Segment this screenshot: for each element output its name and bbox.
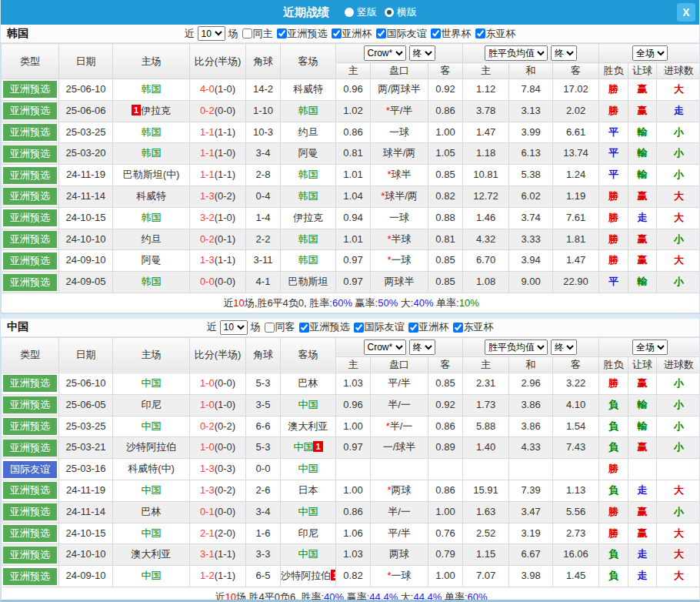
competition-filter-2[interactable]: 国际友谊 bbox=[376, 27, 427, 41]
scope-select[interactable]: 全场 bbox=[632, 339, 668, 355]
section-korea: 韩国近10场同主亚洲预选亚洲杯国际友谊世界杯东亚杯类型日期主场比分(半场)角球客… bbox=[1, 25, 699, 313]
competition-filter-4[interactable]: 东亚杯 bbox=[475, 27, 516, 41]
table-row: 亚洲预选24-09-10中国1-2(1-1)6-5沙特阿拉伯10.82*一球1.… bbox=[2, 566, 700, 587]
col-header-3: 比分(半场) bbox=[190, 337, 246, 373]
competition-filter-2-checkbox[interactable] bbox=[376, 28, 386, 38]
cell-handicap-line: *平/半 bbox=[371, 100, 428, 122]
cell-handicap-line: *两球 bbox=[371, 480, 428, 501]
cell-match-type: 亚洲预选 bbox=[2, 523, 59, 544]
handicap-text: 一球 bbox=[389, 212, 409, 223]
match-type-badge: 亚洲预选 bbox=[3, 167, 57, 184]
wdl-final-select[interactable]: 终 bbox=[551, 339, 577, 355]
cell-result-wdl: 勝 bbox=[599, 207, 628, 229]
radio-vertical-layout[interactable]: 竖版 bbox=[345, 5, 377, 19]
cell-away-team: 韩国 bbox=[281, 229, 336, 250]
competition-filter-4-checkbox[interactable] bbox=[475, 28, 485, 38]
competition-filter-0[interactable]: 亚洲预选 bbox=[299, 320, 350, 334]
competition-filter-1-checkbox[interactable] bbox=[354, 323, 364, 333]
cell-home-team: 1伊拉克 bbox=[113, 100, 190, 122]
home-team-name: 巴勒斯坦(中) bbox=[123, 169, 180, 180]
cell-avg-win: 1.47 bbox=[463, 122, 509, 143]
sub-header-6: 胜负 bbox=[599, 63, 628, 79]
summary-text: 近10场,胜6平4负0, 胜率:60% 赢率:50% 大:40% 单率:10% bbox=[2, 293, 700, 313]
cell-score: 2-1(2-0) bbox=[190, 523, 246, 544]
home-team-name: 科威特(中) bbox=[128, 463, 175, 474]
wdl-avg-select[interactable]: 胜平负均值 bbox=[485, 45, 548, 61]
sections-container: 韩国近10场同主亚洲预选亚洲杯国际友谊世界杯东亚杯类型日期主场比分(半场)角球客… bbox=[1, 25, 699, 602]
summary-part: 50% bbox=[378, 297, 398, 309]
away-team-name: 印尼 bbox=[298, 527, 318, 539]
competition-filter-1[interactable]: 亚洲杯 bbox=[332, 27, 372, 41]
wdl-avg-header: 胜平负均值终 bbox=[463, 337, 599, 356]
cell-handicap-line: 一/球半 bbox=[371, 437, 428, 459]
cell-result-wdl: 負 bbox=[599, 437, 628, 459]
cell-odds-away: 1.00 bbox=[428, 122, 463, 143]
summary-part: 赢率: bbox=[352, 297, 378, 309]
wdl-final-select[interactable]: 终 bbox=[551, 45, 577, 61]
table-body: 亚洲预选25-06-10韩国4-0(1-0)14-2科威特0.96两/两球半0.… bbox=[2, 79, 700, 313]
fulltime-score: 0-2 bbox=[200, 420, 215, 432]
summary-part: 近 bbox=[215, 591, 225, 602]
competition-filter-2[interactable]: 亚洲杯 bbox=[408, 320, 449, 334]
table-row: 亚洲预选24-11-14巴林0-1(0-0)3-4中国0.86半/一1.001.… bbox=[2, 501, 700, 523]
cell-date: 25-03-25 bbox=[59, 122, 113, 143]
cell-odds-away: 0.89 bbox=[428, 437, 463, 459]
col-header-1: 日期 bbox=[59, 44, 113, 79]
home-team-name: 韩国 bbox=[142, 212, 162, 223]
competition-filter-3-checkbox[interactable] bbox=[453, 323, 463, 333]
wdl-avg-select[interactable]: 胜平负均值 bbox=[485, 339, 548, 355]
competition-filter-2-checkbox[interactable] bbox=[408, 323, 418, 333]
halftime-score: (0-1) bbox=[215, 233, 235, 245]
same-venue-filter-checkbox[interactable] bbox=[265, 323, 275, 333]
halftime-score: (2-0) bbox=[215, 527, 235, 539]
sub-header-7: 让球 bbox=[628, 356, 657, 373]
competition-filter-3[interactable]: 东亚杯 bbox=[453, 320, 494, 334]
cell-odds-away: 1.00 bbox=[428, 501, 463, 523]
home-team-name: 韩国 bbox=[142, 276, 162, 287]
col-header-4: 角球 bbox=[246, 44, 281, 79]
sub-header-1: 盘口 bbox=[371, 63, 428, 79]
table-row: 亚洲预选25-03-25韩国1-1(1-1)10-3约旦0.86一球1.001.… bbox=[2, 122, 700, 143]
cell-result-handicap: 赢 bbox=[628, 229, 657, 250]
cell-result-handicap: 走 bbox=[628, 207, 657, 229]
cell-date: 24-09-10 bbox=[59, 566, 113, 587]
competition-filter-1[interactable]: 国际友谊 bbox=[354, 320, 405, 334]
odds-final-select[interactable]: 终 bbox=[409, 45, 435, 61]
sub-header-5: 客 bbox=[553, 356, 599, 373]
handicap-text: 平/半 bbox=[388, 527, 411, 539]
cell-avg-win: 2.31 bbox=[463, 373, 509, 394]
match-count-select[interactable]: 10 bbox=[198, 26, 225, 41]
sub-header-0: 主 bbox=[336, 356, 371, 373]
competition-filter-1-checkbox[interactable] bbox=[332, 28, 342, 38]
odds-company-select[interactable]: Crow* bbox=[364, 339, 406, 355]
close-icon[interactable]: X bbox=[677, 3, 695, 22]
competition-filter-0-checkbox[interactable] bbox=[299, 323, 309, 333]
cell-corners: 4-1 bbox=[246, 272, 281, 293]
same-venue-filter[interactable]: 同主 bbox=[242, 27, 273, 41]
cell-home-team: 中国 bbox=[113, 416, 190, 437]
table-row: 亚洲预选24-10-10约旦0-2(0-1)2-2韩国1.01*半球0.814.… bbox=[2, 229, 700, 250]
cell-avg-win: 1.12 bbox=[463, 79, 509, 101]
match-count-select[interactable]: 10 bbox=[220, 320, 248, 335]
cell-date: 24-11-19 bbox=[59, 165, 113, 186]
handicap-text: 平/半 bbox=[388, 377, 411, 389]
cell-corners: 14-2 bbox=[246, 79, 281, 101]
competition-filter-3-checkbox[interactable] bbox=[431, 28, 441, 38]
same-venue-filter-checkbox[interactable] bbox=[242, 28, 252, 38]
away-team-name: 澳大利亚 bbox=[288, 420, 328, 432]
competition-filter-0[interactable]: 亚洲预选 bbox=[277, 27, 328, 41]
competition-filter-0-checkbox[interactable] bbox=[277, 28, 287, 38]
competition-filter-3[interactable]: 世界杯 bbox=[431, 27, 472, 41]
halftime-score: (1-1) bbox=[215, 254, 235, 266]
radio-horizontal-layout[interactable]: 横版 bbox=[385, 5, 417, 19]
summary-part: 大: bbox=[398, 297, 413, 309]
summary-part: 场,胜4平0负6, 胜率: bbox=[236, 591, 324, 602]
odds-final-select[interactable]: 终 bbox=[409, 339, 435, 355]
scope-select[interactable]: 全场 bbox=[632, 45, 668, 61]
fulltime-score: 0-2 bbox=[200, 105, 215, 116]
cell-home-team: 约旦 bbox=[113, 229, 190, 250]
same-venue-filter[interactable]: 同客 bbox=[265, 320, 295, 334]
odds-company-select[interactable]: Crow* bbox=[364, 45, 406, 61]
section-header: 韩国近10场同主亚洲预选亚洲杯国际友谊世界杯东亚杯 bbox=[1, 25, 699, 43]
cell-date: 24-10-15 bbox=[59, 207, 113, 229]
